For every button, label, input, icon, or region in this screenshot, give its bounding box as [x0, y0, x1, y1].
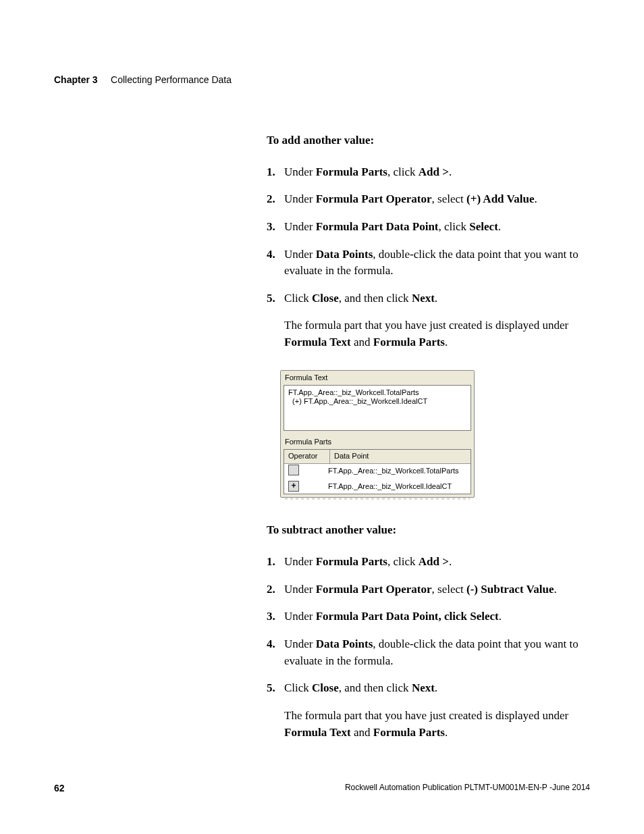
formula-parts-table: Operator Data Point FT.App._Area::_biz_W… — [284, 449, 471, 495]
subtract-steps: 1. Under Formula Parts, click Add >. 2. … — [267, 554, 590, 741]
text-fragment: Under — [284, 192, 316, 205]
text-fragment: Close — [312, 292, 339, 305]
subtract-step-1: 1. Under Formula Parts, click Add >. — [267, 554, 590, 571]
text-fragment: Data Points — [316, 248, 373, 261]
text-fragment: Next — [412, 681, 435, 694]
text-fragment: , and then click — [339, 681, 412, 694]
text-fragment: The formula part that you have just crea… — [284, 709, 568, 722]
add-steps: 1. Under Formula Parts, click Add >. 2. … — [267, 164, 590, 351]
text-fragment: , click — [387, 165, 419, 178]
formula-text-label: Formula Text — [281, 371, 474, 385]
text-fragment: . — [449, 165, 452, 178]
text-fragment: Formula Part Data Point — [316, 220, 439, 233]
text-fragment: . — [534, 192, 537, 205]
text-fragment: Under — [284, 248, 316, 261]
text-fragment: , select — [432, 583, 466, 596]
text-fragment: Select — [469, 220, 498, 233]
text-fragment: Formula Parts — [373, 336, 445, 348]
col-operator: Operator — [284, 450, 330, 463]
add-step-1: 1. Under Formula Parts, click Add >. — [267, 164, 590, 181]
formula-parts-label: Formula Parts — [281, 435, 474, 449]
subtract-step-2: 2. Under Formula Part Operator, select (… — [267, 581, 590, 598]
operator-box: + — [288, 481, 299, 492]
text-fragment: Select — [470, 610, 498, 623]
publication-id: Rockwell Automation Publication PLTMT-UM… — [345, 783, 590, 793]
text-fragment: Under — [284, 220, 316, 233]
add-section-title: To add another value: — [267, 132, 590, 149]
add-step-2: 2. Under Formula Part Operator, select (… — [267, 191, 590, 208]
text-fragment: Formula Text — [284, 726, 351, 739]
text-fragment: and — [351, 726, 373, 739]
text-fragment: Click — [284, 292, 312, 305]
text-fragment: Under — [284, 165, 316, 178]
formula-editor-screenshot: Formula Text FT.App._Area::_biz_Workcell… — [280, 370, 475, 498]
text-fragment: Under — [284, 583, 316, 596]
text-fragment: , click — [387, 555, 419, 568]
text-fragment: The formula part that you have just crea… — [284, 319, 568, 332]
subtract-section-title: To subtract another value: — [267, 522, 590, 539]
text-fragment: , and then click — [339, 292, 412, 305]
text-fragment: . — [498, 220, 501, 233]
table-row[interactable]: FT.App._Area::_biz_Workcell.TotalParts — [284, 464, 471, 479]
text-fragment: Close — [312, 681, 339, 694]
text-fragment: Under — [284, 637, 316, 650]
text-fragment: Formula Parts — [316, 555, 387, 568]
subtract-step-5: 5. Click Close, and then click Next. The… — [267, 680, 590, 741]
chapter-title: Collecting Performance Data — [111, 74, 232, 85]
text-fragment: Add > — [419, 555, 449, 568]
text-fragment: Formula Parts — [316, 165, 387, 178]
text-fragment: , click — [439, 610, 471, 623]
text-fragment: Add > — [419, 165, 449, 178]
subtract-step-4: 4. Under Data Points, double-click the d… — [267, 636, 590, 669]
page: Chapter 3 Collecting Performance Data To… — [0, 0, 644, 834]
text-fragment: Click — [284, 681, 312, 694]
datapoint-cell: FT.App._Area::_biz_Workcell.IdealCT — [325, 480, 471, 494]
text-fragment: . — [445, 726, 448, 739]
add-step-5: 5. Click Close, and then click Next. The… — [267, 290, 590, 351]
text-fragment: . — [435, 292, 437, 305]
text-fragment: (+) Add Value — [466, 192, 534, 205]
text-fragment: Data Points — [316, 637, 373, 650]
text-fragment: . — [435, 681, 437, 694]
text-fragment: . — [449, 555, 452, 568]
formula-text-box[interactable]: FT.App._Area::_biz_Workcell.TotalParts (… — [284, 385, 471, 431]
text-fragment: (-) Subtract Value — [466, 583, 554, 596]
text-fragment: Under — [284, 610, 316, 623]
chapter-label: Chapter 3 — [54, 74, 98, 85]
add-step-3: 3. Under Formula Part Data Point, click … — [267, 219, 590, 236]
text-fragment: and — [351, 336, 373, 348]
operator-box — [288, 465, 299, 475]
datapoint-cell: FT.App._Area::_biz_Workcell.TotalParts — [325, 465, 471, 478]
page-number: 62 — [54, 783, 65, 793]
text-fragment: Formula Parts — [373, 726, 445, 739]
text-fragment: . — [554, 583, 556, 596]
running-header: Chapter 3 Collecting Performance Data — [54, 74, 590, 85]
footer: 62 Rockwell Automation Publication PLTMT… — [54, 783, 590, 793]
table-header: Operator Data Point — [284, 450, 471, 464]
text-fragment: . — [499, 610, 502, 623]
text-fragment: Formula Text — [284, 336, 351, 348]
text-fragment: Formula Part Operator — [316, 192, 432, 205]
text-fragment: Next — [412, 292, 435, 305]
text-fragment: Formula Part Operator — [316, 583, 432, 596]
text-fragment: , select — [432, 192, 466, 205]
text-fragment: , click — [439, 220, 470, 233]
text-fragment: . — [445, 336, 448, 348]
content-area: To add another value: 1. Under Formula P… — [267, 132, 590, 741]
col-datapoint: Data Point — [330, 450, 471, 463]
text-fragment: Under — [284, 555, 316, 568]
text-fragment: Formula Part Data Point — [316, 610, 439, 623]
add-step-4: 4. Under Data Points, double-click the d… — [267, 246, 590, 280]
subtract-step-3: 3. Under Formula Part Data Point, click … — [267, 608, 590, 625]
table-row[interactable]: + FT.App._Area::_biz_Workcell.IdealCT — [284, 479, 471, 494]
